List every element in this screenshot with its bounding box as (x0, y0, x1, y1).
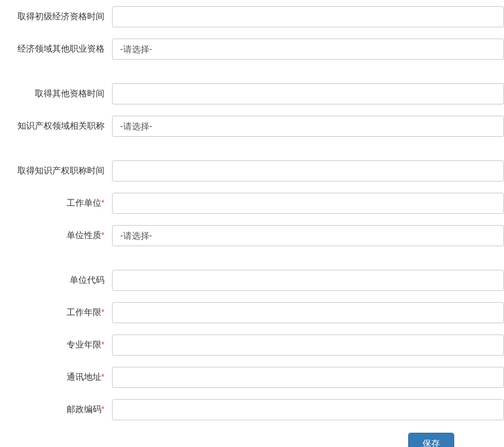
row-work-years: 工作年限* (0, 302, 504, 323)
label-mailing-address: 通讯地址* (0, 372, 112, 383)
input-unit-code[interactable] (112, 270, 504, 291)
input-work-years[interactable] (112, 302, 504, 323)
required-marker: * (101, 372, 105, 382)
label-ip-related-title: 知识产权领域相关职称 (0, 121, 112, 132)
label-text-unit-nature: 单位性质 (67, 230, 101, 240)
input-work-unit[interactable] (112, 193, 504, 214)
label-text-work-unit: 工作单位 (67, 198, 101, 208)
label-obtain-ip-title-time: 取得知识产权职称时间 (0, 165, 112, 177)
label-unit-nature: 单位性质* (0, 230, 112, 241)
label-obtain-primary-economics-time: 取得初级经济资格时间 (0, 11, 112, 22)
label-obtain-other-qualification-time: 取得其他资格时间 (0, 88, 112, 99)
select-ip-related-title[interactable]: -请选择- (112, 116, 504, 137)
label-postal-code: 邮政编码* (0, 404, 112, 415)
row-obtain-ip-title-time: 取得知识产权职称时间 (0, 160, 504, 182)
input-major-years[interactable] (112, 334, 504, 356)
button-row: 保存 (0, 433, 504, 447)
input-postal-code[interactable] (112, 399, 504, 420)
save-button[interactable]: 保存 (408, 433, 454, 447)
label-text-mailing-address: 通讯地址 (67, 372, 101, 382)
row-unit-nature: 单位性质* -请选择- (0, 225, 504, 246)
label-text-work-years: 工作年限 (67, 307, 101, 317)
required-marker: * (101, 307, 105, 317)
row-major-years: 专业年限* (0, 334, 504, 356)
row-obtain-other-qualification-time: 取得其他资格时间 (0, 83, 504, 104)
input-obtain-other-qualification-time[interactable] (112, 83, 504, 104)
label-text-major-years: 专业年限 (67, 339, 101, 349)
row-obtain-primary-economics-time: 取得初级经济资格时间 (0, 6, 504, 27)
label-text-postal-code: 邮政编码 (67, 404, 101, 414)
label-unit-code: 单位代码 (0, 275, 112, 286)
row-mailing-address: 通讯地址* (0, 367, 504, 388)
form-container: 取得初级经济资格时间 经济领域其他职业资格 -请选择- 取得其他资格时间 知识产… (0, 0, 504, 447)
label-work-unit: 工作单位* (0, 198, 112, 209)
row-unit-code: 单位代码 (0, 270, 504, 291)
required-marker: * (101, 198, 105, 208)
input-obtain-ip-title-time[interactable] (112, 160, 504, 182)
row-postal-code: 邮政编码* (0, 399, 504, 420)
required-marker: * (101, 404, 105, 414)
label-work-years: 工作年限* (0, 307, 112, 318)
input-mailing-address[interactable] (112, 367, 504, 388)
required-marker: * (101, 230, 105, 240)
row-ip-related-title: 知识产权领域相关职称 -请选择- (0, 116, 504, 137)
required-marker: * (101, 339, 105, 349)
select-other-economics-qualification[interactable]: -请选择- (112, 39, 504, 60)
row-work-unit: 工作单位* (0, 193, 504, 214)
row-other-economics-qualification: 经济领域其他职业资格 -请选择- (0, 39, 504, 60)
label-other-economics-qualification: 经济领域其他职业资格 (0, 44, 112, 55)
select-unit-nature[interactable]: -请选择- (112, 225, 504, 246)
input-obtain-primary-economics-time[interactable] (112, 6, 504, 27)
label-major-years: 专业年限* (0, 339, 112, 351)
